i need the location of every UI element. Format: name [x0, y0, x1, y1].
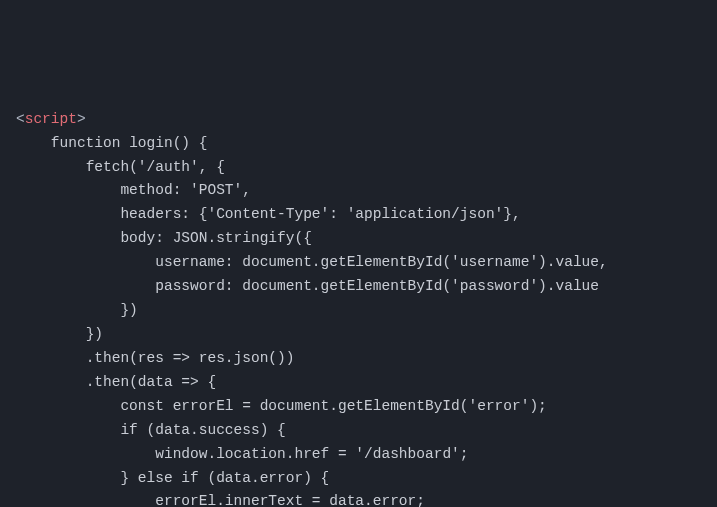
code-line-6: username: document.getElementById('usern…: [16, 251, 701, 275]
code-token: script: [25, 111, 77, 127]
code-token: }): [120, 302, 137, 318]
code-token: fetch('/auth', {: [86, 159, 225, 175]
code-token: } else if (data.error) {: [120, 470, 329, 486]
code-line-0: <script>: [16, 108, 701, 132]
code-line-4: headers: {'Content-Type': 'application/j…: [16, 203, 701, 227]
code-line-2: fetch('/auth', {: [16, 156, 701, 180]
code-token: const errorEl = document.getElementById(…: [120, 398, 546, 414]
code-token: <: [16, 111, 25, 127]
code-line-11: .then(data => {: [16, 371, 701, 395]
code-token: body: JSON.stringify({: [120, 230, 311, 246]
code-token: username: document.getElementById('usern…: [155, 254, 607, 270]
code-line-5: body: JSON.stringify({: [16, 227, 701, 251]
code-token: .then(data => {: [86, 374, 217, 390]
code-token: }): [86, 326, 103, 342]
code-token: headers: {'Content-Type': 'application/j…: [120, 206, 520, 222]
code-token: >: [77, 111, 86, 127]
code-editor-content: <script> function login() { fetch('/auth…: [16, 108, 701, 507]
code-token: .then(res => res.json()): [86, 350, 295, 366]
code-line-12: const errorEl = document.getElementById(…: [16, 395, 701, 419]
code-token: password: document.getElementById('passw…: [155, 278, 599, 294]
code-line-13: if (data.success) {: [16, 419, 701, 443]
code-token: method: 'POST',: [120, 182, 251, 198]
code-token: errorEl.innerText = data.error;: [155, 493, 425, 507]
code-token: function login() {: [51, 135, 208, 151]
code-line-16: errorEl.innerText = data.error;: [16, 490, 701, 507]
code-line-15: } else if (data.error) {: [16, 467, 701, 491]
code-line-3: method: 'POST',: [16, 179, 701, 203]
code-line-10: .then(res => res.json()): [16, 347, 701, 371]
code-line-7: password: document.getElementById('passw…: [16, 275, 701, 299]
code-token: if (data.success) {: [120, 422, 285, 438]
code-line-8: }): [16, 299, 701, 323]
code-token: window.location.href = '/dashboard';: [155, 446, 468, 462]
code-line-9: }): [16, 323, 701, 347]
code-line-1: function login() {: [16, 132, 701, 156]
code-line-14: window.location.href = '/dashboard';: [16, 443, 701, 467]
